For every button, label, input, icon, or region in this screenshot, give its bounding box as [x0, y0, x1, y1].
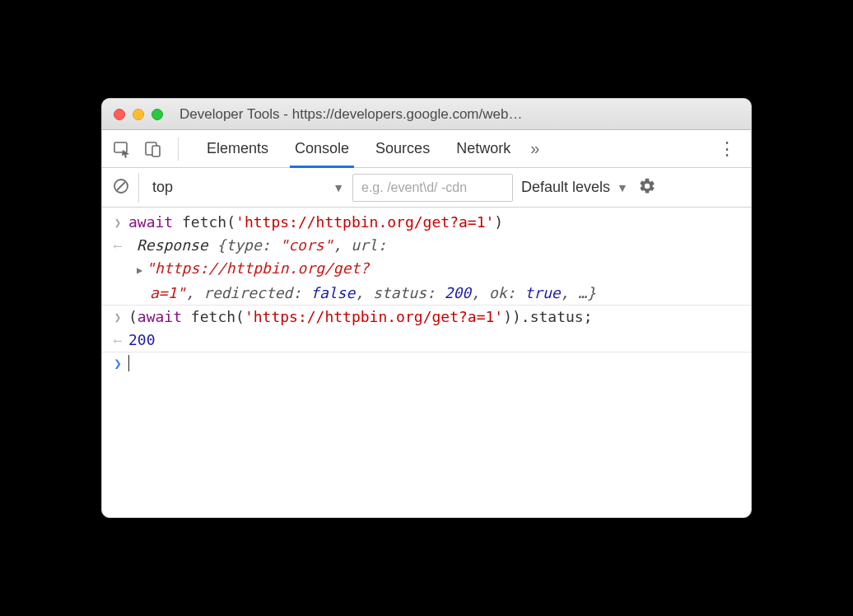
prop-value: 200: [445, 284, 472, 301]
panel-tabs: Elements Console Sources Network »: [193, 130, 546, 167]
log-levels-selector[interactable]: Default levels ▼: [521, 179, 628, 196]
object-name: Response: [137, 236, 217, 254]
context-selector[interactable]: top ▼: [138, 173, 344, 203]
close-icon[interactable]: [114, 109, 125, 120]
comma: ,: [471, 284, 489, 301]
prop-key: url:: [351, 236, 386, 254]
devtools-window: Developer Tools - https://developers.goo…: [101, 98, 752, 518]
window-controls: [114, 109, 163, 120]
code-string: 'https://httpbin.org/get?a=1': [245, 308, 503, 325]
chevron-down-icon: ▼: [333, 181, 344, 194]
console-result-row: ⟵ Response {type: "cors", url: ▶"https:/…: [102, 234, 751, 305]
prop-key: ok:: [489, 284, 524, 301]
prop-value: "https://httpbin.org/get?: [146, 259, 369, 277]
zoom-icon[interactable]: [151, 109, 163, 120]
filter-input[interactable]: [352, 174, 513, 202]
code-text: ): [494, 213, 503, 231]
return-icon: ⟵: [110, 329, 125, 352]
console-input: await fetch('https://httpbin.org/get?a=1…: [125, 211, 743, 234]
chevron-down-icon: ▼: [617, 181, 628, 194]
brace: {: [217, 236, 226, 254]
response-object[interactable]: Response {type: "cors", url: ▶"https://h…: [125, 234, 743, 305]
console-input: (await fetch('https://httpbin.org/get?a=…: [125, 306, 743, 329]
minimize-icon[interactable]: [133, 109, 144, 120]
prop-key: type:: [226, 236, 279, 254]
ellipsis: , …}: [561, 284, 596, 301]
tab-console[interactable]: Console: [282, 130, 362, 167]
code-string: 'https://httpbin.org/get?a=1': [235, 213, 494, 231]
return-icon: ⟵: [110, 234, 125, 305]
more-tabs-icon[interactable]: »: [524, 139, 546, 158]
console-result-row: ⟵ 200: [102, 329, 751, 352]
console-prompt-row[interactable]: ❯: [102, 352, 751, 376]
cursor: [128, 355, 129, 371]
inspect-icon[interactable]: [112, 139, 132, 159]
prop-key: status:: [373, 284, 445, 301]
context-label: top: [152, 179, 173, 196]
device-toggle-icon[interactable]: [143, 139, 163, 159]
clear-console-icon[interactable]: [112, 177, 130, 198]
expand-icon[interactable]: ▶: [137, 259, 142, 282]
code-text: (: [128, 308, 138, 325]
result-value: 200: [125, 329, 743, 352]
comma: ,: [185, 284, 203, 301]
tab-elements[interactable]: Elements: [193, 130, 282, 167]
prop-value: false: [310, 284, 355, 301]
console-output: ❯ await fetch('https://httpbin.org/get?a…: [102, 208, 751, 517]
comma: ,: [333, 236, 351, 254]
console-input-row: ❯ await fetch('https://httpbin.org/get?a…: [102, 211, 751, 234]
comma: ,: [355, 284, 373, 301]
prompt-icon: ❯: [110, 352, 125, 376]
tabs-bar: Elements Console Sources Network » ⋮: [102, 130, 751, 168]
settings-menu-icon[interactable]: ⋮: [713, 138, 741, 160]
prop-value: a=1": [137, 284, 185, 301]
tab-network[interactable]: Network: [443, 130, 524, 167]
window-title: Developer Tools - https://developers.goo…: [171, 106, 739, 123]
prop-value: true: [524, 284, 560, 301]
console-prompt-input[interactable]: [125, 352, 743, 376]
tab-sources[interactable]: Sources: [362, 130, 443, 167]
code-keyword: await: [138, 308, 182, 325]
titlebar: Developer Tools - https://developers.goo…: [102, 99, 751, 130]
number-literal: 200: [128, 331, 156, 348]
code-text: fetch(: [182, 308, 245, 325]
code-text: )).status;: [503, 308, 592, 325]
separator: [178, 138, 179, 161]
console-toolbar: top ▼ Default levels ▼: [102, 168, 751, 208]
prop-key: redirected:: [203, 284, 310, 301]
code-text: fetch(: [173, 213, 235, 231]
gear-icon[interactable]: [638, 177, 656, 198]
code-keyword: await: [128, 213, 173, 231]
prompt-icon: ❯: [110, 306, 125, 329]
prompt-icon: ❯: [110, 211, 125, 234]
console-input-row: ❯ (await fetch('https://httpbin.org/get?…: [102, 305, 751, 329]
levels-label: Default levels: [521, 179, 610, 196]
prop-value: "cors": [279, 236, 333, 254]
svg-rect-2: [152, 146, 160, 156]
svg-rect-0: [114, 142, 127, 152]
